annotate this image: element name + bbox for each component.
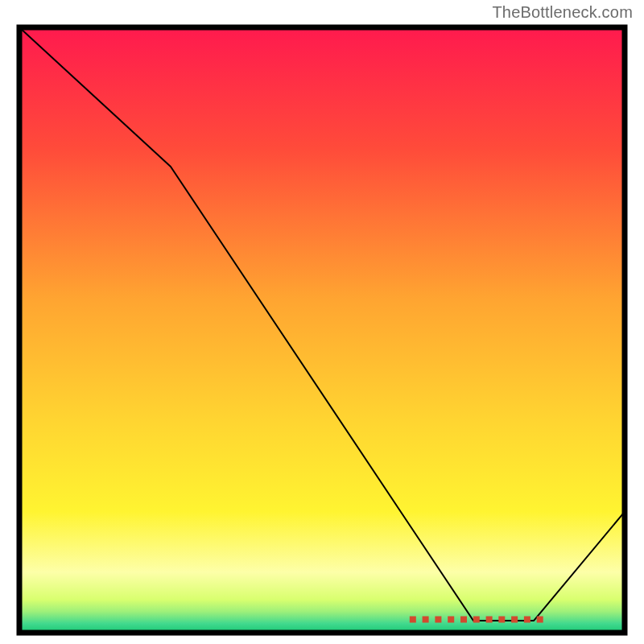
chart-plot [16, 24, 628, 636]
annotation-marker [537, 617, 543, 623]
annotation-marker [448, 617, 454, 623]
annotation-marker [524, 617, 530, 623]
source-attribution: TheBottleneck.com [492, 3, 633, 22]
annotation-marker [498, 617, 505, 623]
annotation-marker [460, 617, 467, 623]
annotation-marker [423, 617, 429, 623]
annotation-marker [473, 617, 480, 623]
chart-container: TheBottleneck.com [0, 0, 644, 644]
gradient-background [19, 27, 625, 633]
annotation-marker [511, 617, 518, 623]
annotation-marker [410, 617, 416, 623]
annotation-marker [435, 617, 441, 623]
annotation-marker [486, 617, 493, 623]
